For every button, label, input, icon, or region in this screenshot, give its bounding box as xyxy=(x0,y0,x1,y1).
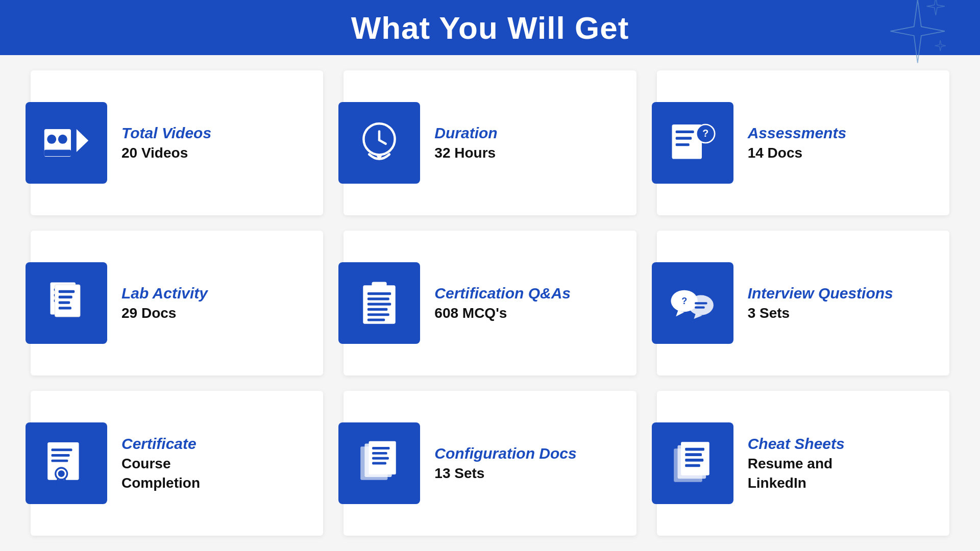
svg-rect-59 xyxy=(685,459,703,462)
certificate-icon xyxy=(26,422,107,504)
duration-subtitle: 32 Hours xyxy=(434,145,497,161)
svg-rect-52 xyxy=(372,457,389,460)
card-cheat-sheets: Cheat SheetsResume andLinkedIn xyxy=(657,391,949,536)
duration-title: Duration xyxy=(434,124,497,142)
certification-qas-title: Certification Q&As xyxy=(434,285,571,302)
svg-rect-26 xyxy=(368,292,391,295)
cheat-sheets-title: Cheat Sheets xyxy=(748,435,845,453)
svg-rect-41 xyxy=(52,454,70,457)
cheat-sheets-icon xyxy=(652,422,733,504)
svg-rect-23 xyxy=(59,307,71,309)
svg-rect-10 xyxy=(675,131,694,133)
svg-rect-36 xyxy=(695,302,707,304)
star-decoration xyxy=(868,0,949,77)
total-videos-icon xyxy=(26,102,107,184)
card-lab-activity: Lab Activity29 Docs xyxy=(31,231,323,375)
card-assessments: ? Assessments14 Docs xyxy=(657,70,949,215)
svg-rect-30 xyxy=(368,313,389,316)
svg-rect-22 xyxy=(59,301,70,304)
page-header: What You Will Get xyxy=(0,0,980,55)
svg-rect-51 xyxy=(372,452,387,455)
lab-activity-text: Lab Activity29 Docs xyxy=(121,285,208,321)
card-configuration-docs: Configuration Docs13 Sets xyxy=(344,391,636,536)
svg-rect-58 xyxy=(685,453,702,456)
lab-activity-title: Lab Activity xyxy=(121,285,208,302)
configuration-docs-subtitle: 13 Sets xyxy=(434,465,576,482)
svg-point-1 xyxy=(47,135,56,144)
svg-marker-3 xyxy=(77,129,88,152)
svg-point-44 xyxy=(58,470,65,477)
assessments-text: Assessments14 Docs xyxy=(748,124,846,161)
svg-rect-37 xyxy=(695,307,705,309)
certification-qas-icon xyxy=(338,262,420,344)
certification-qas-text: Certification Q&As608 MCQ's xyxy=(434,285,571,321)
card-total-videos: Total Videos20 Videos xyxy=(31,70,323,215)
certificate-subtitle: Course xyxy=(121,456,200,472)
interview-questions-subtitle: 3 Sets xyxy=(748,305,893,321)
duration-icon xyxy=(338,102,420,184)
svg-point-2 xyxy=(58,135,67,144)
certificate-subtitle2: Completion xyxy=(121,475,200,491)
certificate-title: Certificate xyxy=(121,435,200,453)
configuration-docs-icon xyxy=(338,422,420,504)
duration-text: Duration 32 Hours xyxy=(434,124,497,161)
svg-text:?: ? xyxy=(702,128,708,139)
card-certificate: CertificateCourseCompletion xyxy=(31,391,323,536)
cheat-sheets-subtitle2: LinkedIn xyxy=(748,475,845,491)
svg-rect-60 xyxy=(685,464,700,467)
assessments-subtitle: 14 Docs xyxy=(748,145,846,161)
card-interview-questions: ? Interview Questions3 Sets xyxy=(657,231,949,375)
lab-activity-icon xyxy=(26,262,107,344)
svg-text:?: ? xyxy=(681,296,687,306)
assessments-icon: ? xyxy=(652,102,733,184)
page-title: What You Will Get xyxy=(351,10,629,46)
interview-questions-icon: ? xyxy=(652,262,733,344)
svg-rect-57 xyxy=(685,448,704,451)
svg-rect-4 xyxy=(44,150,71,157)
svg-rect-11 xyxy=(675,137,692,139)
configuration-docs-title: Configuration Docs xyxy=(434,445,576,462)
total-videos-subtitle: 20 Videos xyxy=(121,145,211,161)
cheat-sheets-subtitle: Resume and xyxy=(748,456,845,472)
total-videos-text: Total Videos20 Videos xyxy=(121,124,211,161)
svg-rect-21 xyxy=(59,296,72,298)
card-certification-qas: Certification Q&As608 MCQ's xyxy=(344,231,636,375)
svg-point-35 xyxy=(688,295,713,315)
svg-rect-27 xyxy=(368,297,389,300)
svg-rect-53 xyxy=(372,462,386,465)
assessments-title: Assessments xyxy=(748,124,846,142)
interview-questions-title: Interview Questions xyxy=(748,285,893,302)
svg-line-7 xyxy=(379,140,386,144)
svg-rect-28 xyxy=(368,303,391,306)
certificate-text: CertificateCourseCompletion xyxy=(121,435,200,491)
lab-activity-subtitle: 29 Docs xyxy=(121,305,208,321)
svg-rect-29 xyxy=(368,308,387,311)
certification-qas-subtitle: 608 MCQ's xyxy=(434,305,571,321)
svg-rect-25 xyxy=(372,282,387,289)
svg-rect-20 xyxy=(59,290,75,293)
svg-rect-19 xyxy=(55,285,81,317)
svg-rect-42 xyxy=(52,460,68,462)
cheat-sheets-text: Cheat SheetsResume andLinkedIn xyxy=(748,435,845,491)
interview-questions-text: Interview Questions3 Sets xyxy=(748,285,893,321)
cards-grid: Total Videos20 Videos Duration 32 Hours … xyxy=(0,55,980,551)
svg-rect-40 xyxy=(52,448,72,451)
svg-rect-50 xyxy=(372,447,389,449)
svg-rect-31 xyxy=(368,318,385,321)
configuration-docs-text: Configuration Docs13 Sets xyxy=(434,445,576,482)
total-videos-title: Total Videos xyxy=(121,124,211,142)
svg-rect-12 xyxy=(675,143,689,146)
card-duration: Duration 32 Hours xyxy=(344,70,636,215)
